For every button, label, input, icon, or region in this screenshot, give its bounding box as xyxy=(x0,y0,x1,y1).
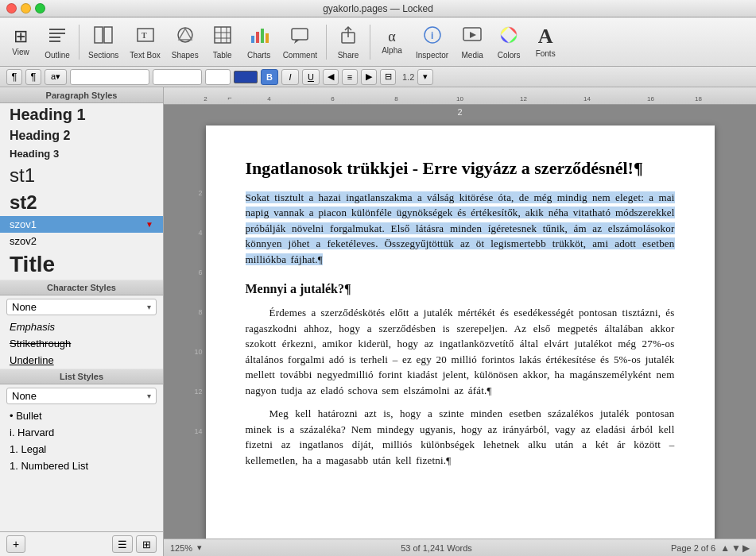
svg-rect-2 xyxy=(49,37,60,38)
character-styles-title: Character Styles xyxy=(0,280,163,295)
fonts-button[interactable]: A Fonts xyxy=(528,20,563,64)
h1-label: Heading 1 xyxy=(10,106,86,124)
comment-button[interactable]: Comment xyxy=(278,20,322,64)
sidebar-item-legal[interactable]: 1. Legal xyxy=(0,441,163,458)
numbered-label: 1. Numbered List xyxy=(10,460,88,472)
sep3 xyxy=(370,25,370,60)
sidebar-bottom: + ☰ ⊞ xyxy=(0,531,163,556)
sidebar-item-harvard[interactable]: i. Harvard xyxy=(0,424,163,441)
ruler-mark-14: 14 xyxy=(583,95,591,102)
outline-button[interactable]: Outline xyxy=(40,20,75,64)
font-style-input[interactable]: Regular xyxy=(153,69,202,85)
szov1-arrow: ▼ xyxy=(145,220,153,229)
sidebar-item-title[interactable]: Title xyxy=(0,249,163,280)
alpha-icon: α xyxy=(388,29,395,44)
outline-icon xyxy=(47,25,68,48)
page-title: Ingatlanosok trükkjei - Erre vigyázz a s… xyxy=(246,157,675,180)
sidebar-item-szov1[interactable]: szov1 ▼ xyxy=(0,216,163,233)
svg-rect-10 xyxy=(215,27,231,43)
table-icon xyxy=(212,25,233,48)
document-area: ⌐ 2 4 6 8 10 12 14 16 18 2 2468101214 xyxy=(164,87,756,556)
close-button[interactable] xyxy=(6,3,17,14)
list-style-none-label: None xyxy=(12,390,37,402)
font-name-input[interactable]: Baskerville xyxy=(70,69,149,85)
zoom-dropdown[interactable]: ▾ xyxy=(197,542,202,553)
maximize-button[interactable] xyxy=(35,3,45,14)
ruler-inner: ⌐ 2 4 6 8 10 12 14 16 18 xyxy=(206,87,715,104)
view-button[interactable]: ⊞ View xyxy=(3,20,38,64)
font-color-well[interactable] xyxy=(234,71,258,83)
sidebar-item-emphasis[interactable]: Emphasis xyxy=(0,319,163,335)
underline-button[interactable]: U xyxy=(302,69,320,85)
section-heading-jutalek: Mennyi a jutalék?¶ xyxy=(246,280,675,299)
charts-button[interactable]: Charts xyxy=(242,20,277,64)
fonts-label: Fonts xyxy=(536,49,556,58)
align-center-button[interactable]: ≡ xyxy=(342,69,358,85)
legal-label: 1. Legal xyxy=(10,443,46,455)
char-style-none-select[interactable]: None ▾ xyxy=(6,299,157,315)
next-page-button[interactable]: ▼ xyxy=(731,542,741,554)
sections-button[interactable]: Sections xyxy=(83,20,123,64)
font-size-input[interactable]: 14 xyxy=(205,69,231,85)
svg-rect-1 xyxy=(49,33,65,34)
sidebar-item-st1[interactable]: st1 xyxy=(0,162,163,189)
grid-view-button[interactable]: ⊞ xyxy=(136,535,157,553)
list-styles-title: List Styles xyxy=(0,369,163,384)
paragraph-button[interactable]: ¶ xyxy=(25,69,41,85)
doc-scroll-area[interactable]: 2468101214 Ingatlanosok trükkjei - Erre … xyxy=(164,119,756,539)
toolbar: ⊞ View Outline Sections T Text Box Shape… xyxy=(0,17,756,67)
sidebar-item-h3[interactable]: Heading 3 xyxy=(0,145,163,162)
sidebar-item-underline[interactable]: Underline xyxy=(0,352,163,369)
page-info: Page 2 of 6 xyxy=(671,543,715,553)
show-invisibles-button[interactable]: ¶ xyxy=(6,69,22,85)
bold-button[interactable]: B xyxy=(261,69,278,85)
prev-page-button[interactable]: ▲ xyxy=(720,542,730,554)
textbox-button[interactable]: T Text Box xyxy=(125,20,165,64)
line-numbers: 2468101214 xyxy=(190,125,206,539)
char-style-none-label: None xyxy=(12,301,37,313)
line-spacing-btn[interactable]: ▾ xyxy=(417,69,433,85)
selected-paragraph: Sokat tisztult a hazai ingatlanszakma a … xyxy=(246,190,675,268)
minimize-button[interactable] xyxy=(21,3,31,14)
table-button[interactable]: Table xyxy=(205,20,240,64)
view-icon: ⊞ xyxy=(14,28,28,45)
align-select[interactable]: a▾ xyxy=(45,69,67,85)
list-style-none-select[interactable]: None ▾ xyxy=(6,388,157,404)
page-num-display: 2 xyxy=(457,107,462,117)
list-view-button[interactable]: ☰ xyxy=(112,535,133,553)
add-style-button[interactable]: + xyxy=(6,535,25,553)
sidebar-item-numbered[interactable]: 1. Numbered List xyxy=(0,458,163,474)
colors-button[interactable]: Colors xyxy=(491,20,526,64)
paragraph-2: Meg kell határozni azt is, hogy a szinte… xyxy=(246,406,675,468)
sidebar-item-szov2[interactable]: szov2 xyxy=(0,233,163,249)
sidebar-item-strikethrough[interactable]: Strikethrough xyxy=(0,335,163,352)
status-center: 53 of 1,241 Words xyxy=(401,543,472,553)
svg-rect-3 xyxy=(49,41,60,42)
shapes-button[interactable]: Shapes xyxy=(167,20,204,64)
strikethrough-label: Strikethrough xyxy=(10,338,71,349)
ruler-mark-8: 8 xyxy=(394,95,397,102)
ruler-mark-6: 6 xyxy=(331,95,334,102)
share-icon xyxy=(338,25,359,48)
paragraph-1: Érdemes a szerződéskötés előtt a jutalék… xyxy=(246,305,675,398)
sidebar-item-st2[interactable]: st2 xyxy=(0,189,163,216)
inspector-button[interactable]: i Inspector xyxy=(411,20,453,64)
emphasis-label: Emphasis xyxy=(10,321,55,333)
media-button[interactable]: Media xyxy=(455,20,490,64)
alpha-button[interactable]: α Alpha xyxy=(374,20,409,64)
justify-button[interactable]: ⊟ xyxy=(380,69,396,85)
share-button[interactable]: Share xyxy=(331,20,366,64)
svg-rect-16 xyxy=(256,32,259,43)
sidebar-item-h2[interactable]: Heading 2 xyxy=(0,126,163,145)
italic-button[interactable]: I xyxy=(281,69,299,85)
sidebar-item-bullet[interactable]: • Bullet xyxy=(0,407,163,424)
align-left-button[interactable]: ◀ xyxy=(323,69,339,85)
scroll-right-button[interactable]: ▶ xyxy=(742,542,750,554)
align-right-button[interactable]: ▶ xyxy=(361,69,377,85)
line-spacing-label: 1.2 xyxy=(402,72,414,82)
sidebar-item-h1[interactable]: Heading 1 xyxy=(0,103,163,126)
comment-icon xyxy=(289,25,310,48)
textbox-label: Text Box xyxy=(130,51,160,60)
h3-label: Heading 3 xyxy=(10,148,59,160)
svg-rect-4 xyxy=(95,27,103,43)
